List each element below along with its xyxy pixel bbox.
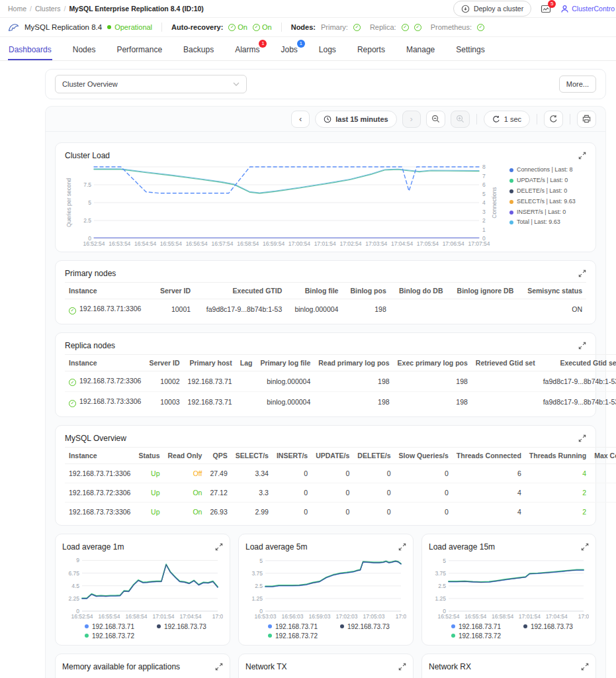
svg-text:16:55:54: 16:55:54 (464, 613, 486, 620)
table-cell: 192.168.73.73:3306 (65, 502, 134, 521)
cluster_load-plot: 02.557.501234567816:52:5416:53:5416:54:5… (65, 163, 508, 248)
svg-text:17:05:03: 17:05:03 (363, 613, 384, 620)
tab-settings[interactable]: Settings (455, 39, 485, 60)
legend-item-192-168-73-73[interactable]: 192.168.73.73 (523, 623, 573, 630)
breadcrumb-item-home[interactable]: Home (8, 5, 26, 13)
time-back-button[interactable]: ‹ (291, 111, 310, 128)
tab-manage[interactable]: Manage (406, 39, 435, 60)
primary-node-check-icon[interactable]: ✓ (353, 24, 361, 31)
zoom-out-button[interactable] (426, 111, 445, 128)
svg-text:5: 5 (88, 199, 91, 206)
legend-item-192-168-73-71[interactable]: 192.168.73.71 (268, 623, 318, 630)
print-button[interactable] (577, 111, 596, 128)
table-cell (447, 299, 518, 320)
table-cell: fa9d8c17-9...8b74b:1-53 (195, 299, 286, 320)
deploy-cluster-button[interactable]: Deploy a cluster (453, 1, 531, 17)
chart-title: Network TX (245, 662, 286, 671)
expand-icon[interactable] (398, 543, 406, 551)
replica-node-check-icon[interactable]: ✓ (402, 24, 409, 31)
expand-icon[interactable] (215, 663, 223, 671)
legend-item-192-168-73-72[interactable]: 192.168.73.72 (85, 632, 134, 640)
expand-icon[interactable] (581, 663, 589, 671)
svg-text:1.25: 1.25 (251, 595, 263, 601)
auto-recovery-node[interactable]: ✓ On (253, 23, 272, 31)
time-range-button[interactable]: last 15 minutes (315, 111, 396, 128)
svg-text:16:58:54: 16:58:54 (237, 240, 259, 247)
cluster-name[interactable]: MySQL Replication 8.4 (24, 23, 102, 31)
expand-icon[interactable] (578, 342, 586, 350)
time-forward-button[interactable]: › (402, 111, 421, 128)
legend-item-192-168-73-73[interactable]: 192.168.73.73 (157, 623, 206, 630)
legend-item-update-s-last-0[interactable]: UPDATE/s | Last: 0 (509, 177, 586, 184)
activity-center-button[interactable]: 5 (541, 4, 551, 14)
tab-dashboards[interactable]: Dashboards (8, 39, 52, 60)
tab-jobs[interactable]: Jobs1 (280, 39, 298, 60)
prometheus-check-icon[interactable]: ✓ (477, 24, 484, 31)
table-cell: Up (134, 463, 163, 483)
legend-item-select-s-last-9-63[interactable]: SELECT/s | Last: 9.63 (509, 199, 586, 205)
dashboard-select[interactable]: Cluster Overview (55, 75, 247, 93)
tab-backups[interactable]: Backups (183, 39, 214, 60)
load_15m-plot: 01.252.53.75516:52:5416:55:5416:58:5417:… (429, 554, 589, 620)
table-cell: 10003 (145, 392, 183, 412)
svg-text:17:01:54: 17:01:54 (519, 613, 541, 620)
network-rx-chart: 1.2 MB/s900 kB/s600 kB/s (429, 674, 589, 678)
tab-reports[interactable]: Reports (357, 39, 386, 60)
memory-available-chart: 100 %75 %50 % (62, 674, 223, 678)
legend-dot-icon (157, 624, 161, 628)
legend-item-insert-s-last-0[interactable]: INSERT/s | Last: 0 (509, 209, 586, 216)
table-cell: 192.168.73.71 (184, 371, 236, 392)
legend-dot-icon (523, 624, 527, 628)
tab-badge: 1 (297, 40, 305, 48)
expand-icon[interactable] (581, 543, 589, 551)
svg-text:Queries per second: Queries per second (66, 178, 72, 227)
expand-icon[interactable] (578, 152, 586, 160)
tab-label: Jobs (281, 45, 297, 54)
tab-nodes[interactable]: Nodes (72, 39, 97, 60)
refresh-interval-button[interactable]: 1 sec (484, 111, 530, 128)
legend-item-delete-s-last-0[interactable]: DELETE/s | Last: 0 (509, 188, 586, 195)
legend-item-192-168-73-72[interactable]: 192.168.73.72 (268, 632, 318, 640)
expand-icon[interactable] (578, 269, 586, 277)
legend-item-total-last-9-63[interactable]: Total | Last: 9.63 (509, 219, 586, 226)
legend-item-192-168-73-72[interactable]: 192.168.73.72 (451, 632, 501, 640)
time-range-label: last 15 minutes (335, 115, 388, 123)
tab-bar: DashboardsNodesPerformanceBackupsAlarms1… (0, 37, 616, 61)
legend-item-192-168-73-71[interactable]: 192.168.73.71 (85, 623, 134, 630)
svg-text:17:0: 17:0 (578, 613, 589, 620)
tab-label: Manage (406, 45, 435, 54)
cluster-status: Operational (107, 23, 152, 31)
tab-performance[interactable]: Performance (116, 39, 163, 60)
legend-item-192-168-73-71[interactable]: 192.168.73.71 (451, 623, 501, 630)
expand-icon[interactable] (398, 663, 406, 671)
table-cell (236, 371, 257, 392)
cell-value: 2 (582, 508, 586, 516)
legend-label: 192.168.73.71 (92, 623, 134, 630)
auto-recovery-label: Auto-recovery: (171, 23, 223, 31)
expand-icon[interactable] (578, 434, 586, 442)
tab-alarms[interactable]: Alarms1 (234, 39, 260, 60)
refresh-button[interactable] (544, 111, 563, 128)
user-menu[interactable]: ClusterContro (560, 5, 615, 13)
auto-recovery-cluster[interactable]: ✓ On (228, 23, 247, 31)
breadcrumb-item-clusters[interactable]: Clusters (35, 5, 61, 13)
legend-item-192-168-73-73[interactable]: 192.168.73.73 (340, 623, 390, 630)
expand-icon[interactable] (215, 543, 223, 551)
table-cell: On (164, 483, 206, 502)
check-icon: ✓ (69, 379, 76, 386)
clock-icon (324, 115, 331, 123)
svg-text:16:53:03: 16:53:03 (254, 613, 276, 620)
legend-item-connections-last-8[interactable]: Connections | Last: 8 (509, 167, 586, 173)
table-cell: 0 (273, 463, 312, 483)
more-button[interactable]: More... (559, 75, 596, 93)
cell-value: On (193, 489, 202, 497)
replica-node-check-icon[interactable]: ✓ (414, 24, 421, 31)
svg-text:2: 2 (482, 217, 486, 224)
column-header-read-primary-log-pos: Read primary log pos (314, 354, 393, 371)
zoom-in-button[interactable] (451, 111, 470, 128)
load-average-1m-chart: 02.254.56.75916:52:5416:55:5416:58:5417:… (62, 554, 223, 620)
chart-title: Load average 5m (245, 542, 307, 552)
top-bar: Home/Clusters/MySQL Enterprise Replicati… (0, 0, 616, 17)
check-icon: ✓ (253, 24, 260, 31)
tab-logs[interactable]: Logs (318, 39, 337, 60)
